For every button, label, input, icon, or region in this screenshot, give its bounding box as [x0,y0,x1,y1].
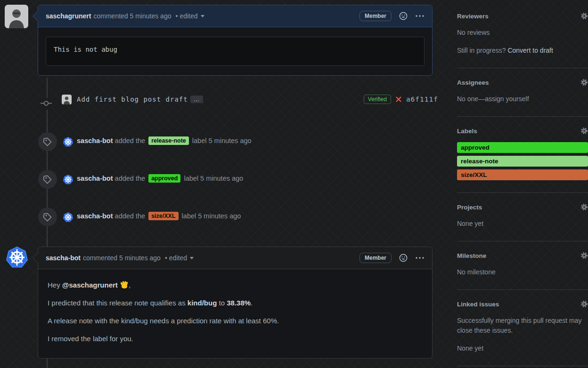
comment-header: saschagrunert commented 5 minutes ago • … [38,5,432,27]
labels-title[interactable]: Labels [457,128,477,135]
label-chip[interactable]: release-note [148,136,189,145]
projects-section: Projects None yet [457,193,588,241]
bullet-separator: • [175,12,178,20]
prediction-line: I predicted that this release note quali… [48,298,423,308]
linked-issues-title[interactable]: Linked issues [457,301,499,308]
prediction-text: I predicted that this release note quali… [48,299,188,307]
commit-message-link[interactable]: Add first blog post draft [77,96,188,103]
comment-timestamp-link[interactable]: commented 5 minutes ago [83,254,161,262]
assignees-title[interactable]: Assignees [457,79,489,86]
assignees-empty-text: No one— [457,95,485,103]
bot-avatar[interactable] [63,175,73,184]
commit-row: Add first blog post draft … Verified a6f… [0,95,438,113]
member-badge[interactable]: Member [359,11,392,21]
greeting-line: Hey @saschagrunert , [48,280,423,290]
gear-icon[interactable] [580,252,588,259]
kebab-icon [415,15,425,17]
sidebar-label[interactable]: size/XXL [457,169,588,180]
milestone-empty: No milestone [457,267,588,277]
user-mention-link[interactable]: @saschagrunert [62,281,118,289]
comment: saschagrunert commented 5 minutes ago • … [38,5,433,76]
reviewers-section: Reviewers No reviews Still in progress? … [457,2,588,68]
kind-bug-text: kind/bug [188,299,217,307]
sidebar-label[interactable]: release-note [457,156,588,167]
pull-request-page: saschagrunert commented 5 minutes ago • … [0,0,588,368]
bullet-separator: • [165,254,167,262]
comment: sascha-bot commented 5 minutes ago • edi… [38,247,433,359]
commit-description-toggle[interactable]: … [190,96,203,103]
code-block: This is not abug [46,37,425,66]
commit-author-avatar[interactable] [62,95,72,104]
requirement-line: A release note with the kind/bug needs a… [48,316,423,326]
prediction-period: . [251,299,253,307]
bot-avatar-large[interactable] [6,247,28,268]
verified-badge[interactable]: Verified [364,95,391,104]
commit-hash-link[interactable]: a6f111f [406,96,438,103]
waving-hand-emoji [120,280,129,289]
event-suffix: label 5 minutes ago [192,137,252,144]
event-author-link[interactable]: sascha-bot [77,137,113,144]
tag-icon [38,132,57,151]
label-chip[interactable]: size/XXL [148,212,178,220]
greeting-text: Hey [48,281,62,289]
projects-empty: None yet [457,219,588,229]
gear-icon[interactable] [580,300,588,308]
sidebar: Reviewers No reviews Still in progress? … [457,0,588,368]
label-event-row: sascha-bot added the release-note label … [0,132,438,151]
smiley-icon [399,12,408,20]
edited-label: edited [169,254,187,262]
prediction-percent: 38.38% [227,299,251,307]
notifications-section: Notifications Customize [457,366,588,368]
edited-dropdown[interactable]: edited [169,254,194,262]
chevron-down-icon [201,15,204,17]
emoji-reaction-button[interactable] [399,12,408,20]
edited-label: edited [180,12,197,20]
avatar[interactable] [5,5,28,28]
comment-options-button[interactable] [415,256,425,259]
prediction-mid: to [217,299,227,307]
reviewers-title[interactable]: Reviewers [457,13,489,20]
still-in-progress-text: Still in progress? [457,47,507,54]
gear-icon[interactable] [580,127,588,135]
assign-yourself-link[interactable]: assign yourself [485,95,529,103]
comment-header: sascha-bot commented 5 minutes ago • edi… [38,247,432,269]
linked-issues-section: Linked issues Successfully merging this … [457,290,588,366]
gear-icon[interactable] [580,203,588,211]
label-chip[interactable]: approved [148,174,180,183]
event-action: added the [115,212,146,220]
gear-icon[interactable] [580,12,588,20]
edited-dropdown[interactable]: edited [180,12,204,20]
convert-to-draft-link[interactable]: Convert to draft [507,47,553,54]
event-author-link[interactable]: sascha-bot [77,175,113,182]
bot-avatar[interactable] [63,137,73,147]
reviewers-empty: No reviews [457,28,588,38]
label-event-row: sascha-bot added the size/XXL label 5 mi… [0,208,438,226]
failed-check-x-icon[interactable] [395,96,402,103]
comment-options-button[interactable] [415,15,425,17]
comment-author-link[interactable]: sascha-bot [46,254,81,262]
emoji-reaction-button[interactable] [399,254,408,262]
milestone-title[interactable]: Milestone [457,252,486,259]
label-event-row: sascha-bot added the approved label 5 mi… [0,170,438,189]
event-suffix: label 5 minutes ago [184,175,243,182]
comment-timestamp-link[interactable]: commented 5 minutes ago [93,12,171,20]
smiley-icon [399,254,408,262]
bot-avatar[interactable] [63,212,73,222]
commit-icon [41,98,52,110]
projects-title[interactable]: Projects [457,204,482,211]
tag-icon [38,170,57,189]
tag-icon [38,208,57,226]
labels-section: Labels approved release-note size/XXL [457,117,588,193]
timeline-column: saschagrunert commented 5 minutes ago • … [0,0,438,368]
event-author-link[interactable]: sascha-bot [77,212,113,220]
event-action: added the [115,175,146,182]
milestone-section: Milestone No milestone [457,241,588,290]
removed-label-line: I removed the label for you. [48,334,423,344]
comment-body: This is not abug [38,27,432,75]
sidebar-label[interactable]: approved [457,142,588,153]
member-badge[interactable]: Member [359,253,392,263]
gear-icon[interactable] [580,79,588,86]
event-action: added the [115,137,146,144]
assignees-section: Assignees No one—assign yourself [457,68,588,117]
comment-author-link[interactable]: saschagrunert [46,12,91,20]
